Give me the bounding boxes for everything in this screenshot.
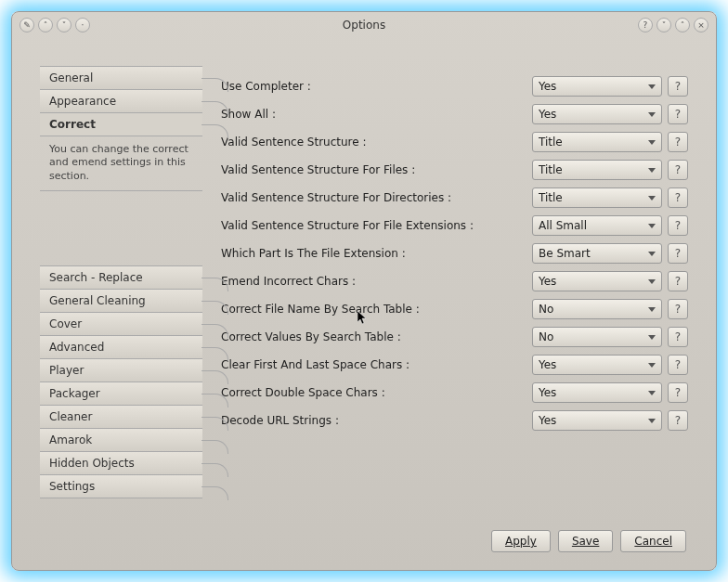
tab-cleaner[interactable]: Cleaner (40, 405, 202, 429)
select-valid-sentence-files[interactable]: Title (532, 160, 662, 180)
label-decode-url: Decode URL Strings : (221, 414, 532, 427)
help-clear-space[interactable]: ? (668, 355, 688, 375)
titlebar: ✎ ˄ ˅ · Options ? ˅ ˄ × (12, 12, 716, 38)
select-correct-double-space[interactable]: Yes (532, 382, 662, 403)
row-use-completer: Use Completer :Yes? (221, 75, 688, 97)
minimize-icon[interactable]: ˅ (656, 18, 671, 32)
select-emend-chars[interactable]: Yes (532, 271, 662, 291)
row-which-part-ext: Which Part Is The File Extension :Be Sma… (221, 242, 688, 265)
select-which-part-ext[interactable]: Be Smart (532, 243, 662, 264)
down-icon[interactable]: ˅ (57, 18, 72, 32)
select-correct-values-table[interactable]: No (532, 327, 662, 347)
label-clear-space: Clear First And Last Space Chars : (221, 358, 532, 371)
sidebar: GeneralAppearanceCorrectYou can change t… (40, 66, 202, 507)
help-correct-filename-table[interactable]: ? (668, 299, 688, 319)
label-valid-sentence-dirs: Valid Sentence Structure For Directories… (221, 191, 532, 204)
select-show-all[interactable]: Yes (532, 104, 662, 124)
select-valid-sentence[interactable]: Title (532, 132, 662, 152)
footer: Apply Save Cancel (23, 524, 705, 559)
help-use-completer[interactable]: ? (668, 76, 688, 97)
select-valid-sentence-ext[interactable]: All Small (532, 215, 662, 236)
help-decode-url[interactable]: ? (668, 410, 688, 431)
help-show-all[interactable]: ? (668, 104, 688, 124)
tab-general-cleaning[interactable]: General Cleaning (40, 289, 202, 313)
apply-button[interactable]: Apply (491, 530, 551, 552)
tab-player[interactable]: Player (40, 358, 202, 382)
label-valid-sentence: Valid Sentence Structure : (221, 136, 532, 149)
label-use-completer: Use Completer : (221, 80, 532, 93)
row-valid-sentence-files: Valid Sentence Structure For Files :Titl… (221, 159, 688, 181)
row-decode-url: Decode URL Strings :Yes? (221, 409, 688, 432)
row-valid-sentence-ext: Valid Sentence Structure For File Extens… (221, 214, 688, 237)
row-correct-double-space: Correct Double Space Chars :Yes? (221, 382, 688, 404)
row-valid-sentence: Valid Sentence Structure :Title? (221, 131, 688, 153)
maximize-icon[interactable]: ˄ (675, 18, 690, 32)
tab-settings[interactable]: Settings (40, 474, 202, 498)
select-valid-sentence-dirs[interactable]: Title (532, 188, 662, 208)
window: ✎ ˄ ˅ · Options ? ˅ ˄ × GeneralAppearanc… (11, 11, 717, 571)
label-correct-double-space: Correct Double Space Chars : (221, 386, 532, 399)
help-valid-sentence-files[interactable]: ? (668, 160, 688, 180)
tab-appearance[interactable]: Appearance (40, 89, 202, 113)
row-emend-chars: Emend Incorrect Chars :Yes? (221, 270, 688, 292)
dot-icon[interactable]: · (75, 18, 90, 32)
select-clear-space[interactable]: Yes (532, 355, 662, 375)
help-icon[interactable]: ? (638, 18, 653, 32)
tab-search-replace[interactable]: Search - Replace (40, 265, 202, 290)
close-icon[interactable]: × (694, 18, 708, 32)
label-valid-sentence-files: Valid Sentence Structure For Files : (221, 163, 532, 176)
row-valid-sentence-dirs: Valid Sentence Structure For Directories… (221, 187, 688, 209)
tab-amarok[interactable]: Amarok (40, 428, 202, 452)
help-correct-double-space[interactable]: ? (668, 382, 688, 403)
label-show-all: Show All : (221, 108, 532, 121)
tab-general[interactable]: General (40, 66, 202, 90)
help-valid-sentence-ext[interactable]: ? (668, 215, 688, 236)
help-correct-values-table[interactable]: ? (668, 327, 688, 347)
label-correct-filename-table: Correct File Name By Search Table : (221, 303, 532, 316)
select-use-completer[interactable]: Yes (532, 76, 662, 97)
label-emend-chars: Emend Incorrect Chars : (221, 275, 532, 288)
tab-advanced[interactable]: Advanced (40, 335, 202, 359)
row-correct-values-table: Correct Values By Search Table :No? (221, 326, 688, 348)
settings-panel: Use Completer :Yes?Show All :Yes?Valid S… (221, 66, 688, 507)
row-correct-filename-table: Correct File Name By Search Table :No? (221, 298, 688, 320)
help-which-part-ext[interactable]: ? (668, 243, 688, 264)
help-emend-chars[interactable]: ? (668, 271, 688, 291)
up-icon[interactable]: ˄ (38, 18, 53, 32)
cancel-button[interactable]: Cancel (620, 530, 686, 552)
tab-packager[interactable]: Packager (40, 382, 202, 406)
save-button[interactable]: Save (558, 530, 613, 552)
window-title: Options (90, 19, 638, 32)
help-valid-sentence[interactable]: ? (668, 132, 688, 152)
select-correct-filename-table[interactable]: No (532, 299, 662, 319)
row-show-all: Show All :Yes? (221, 103, 688, 125)
row-clear-space: Clear First And Last Space Chars :Yes? (221, 354, 688, 376)
tab-correct[interactable]: Correct (40, 112, 202, 136)
select-decode-url[interactable]: Yes (532, 410, 662, 431)
tab-cover[interactable]: Cover (40, 312, 202, 336)
tab-hidden-objects[interactable]: Hidden Objects (40, 451, 202, 475)
label-valid-sentence-ext: Valid Sentence Structure For File Extens… (221, 219, 532, 232)
label-which-part-ext: Which Part Is The File Extension : (221, 247, 532, 260)
tool-icon[interactable]: ✎ (20, 18, 34, 32)
tab-description: You can change the correct and emend set… (40, 136, 202, 191)
label-correct-values-table: Correct Values By Search Table : (221, 330, 532, 343)
help-valid-sentence-dirs[interactable]: ? (668, 188, 688, 208)
